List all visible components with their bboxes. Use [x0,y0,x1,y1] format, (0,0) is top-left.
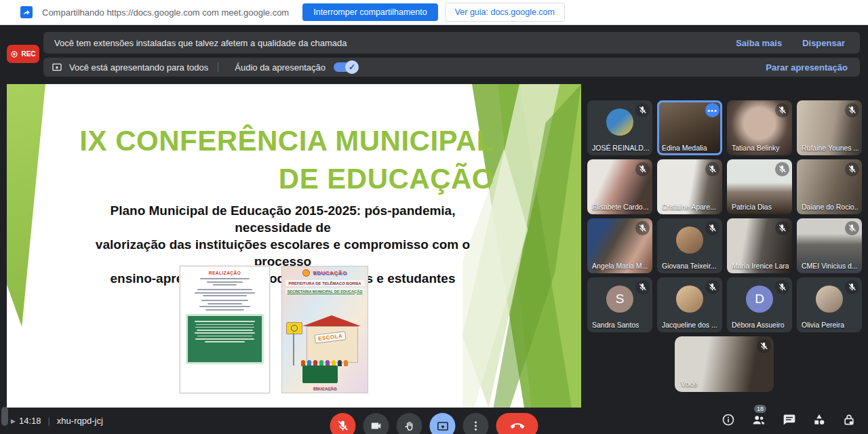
recording-badge: REC [7,45,39,63]
people-panel-button[interactable]: 18 [751,412,766,427]
leave-call-button[interactable] [496,413,538,434]
more-options-button[interactable] [463,413,489,434]
present-icon [436,420,449,433]
people-icon [751,412,766,427]
record-icon [10,50,18,58]
participant-tile[interactable]: Elisabete Cardo... [587,159,652,214]
avatar [606,108,633,136]
chat-icon [783,413,796,427]
poster-footer-logo: EDUCAÇÃO [282,387,368,391]
call-end-icon [510,419,524,433]
raise-hand-button[interactable] [397,413,422,434]
meeting-details-button[interactable] [722,413,735,427]
divider: | [47,416,50,426]
prefeitura-poster-image: EDUCAÇÃO PREFEITURA DE TELÊMACO BORBA SE… [281,266,368,393]
activities-button[interactable] [812,413,826,427]
mic-muted-icon [845,280,859,294]
mic-muted-icon [705,162,719,176]
participant-tile[interactable]: S Sandra Santos [587,277,652,332]
participant-tile[interactable]: Tatiana Belinky [727,100,792,155]
mic-muted-icon [635,162,650,176]
participant-tile[interactable]: Crislaine Apare... [657,159,722,214]
participant-tile[interactable]: Angela Maria M... [587,218,652,273]
participant-tile[interactable]: Jacqueline dos ... [657,277,722,332]
present-screen-button[interactable] [430,413,456,434]
poster-logo-icon [302,269,310,277]
road-sign-illustration [286,322,302,334]
participant-tile[interactable]: CMEI Vinicius d... [797,218,862,273]
poster-green-text-box [302,366,338,383]
mic-muted-icon [635,103,650,117]
mic-muted-icon [705,221,719,235]
mic-muted-icon [775,221,789,235]
host-controls-lock-icon [842,413,856,427]
mic-muted-icon [757,339,771,353]
self-view-tile[interactable]: Você [675,336,774,392]
slide-green-wedge-left [7,84,47,408]
mic-muted-icon [635,221,650,235]
mic-muted-icon [775,103,789,117]
participant-tile-active-speaker[interactable]: ••• Edina Medalia [657,100,722,155]
participant-tile[interactable]: Olivia Pereira [797,277,862,332]
call-controls [330,413,538,434]
screen-share-icon [20,6,33,18]
mic-off-icon [337,420,349,432]
stop-sharing-button[interactable]: Interromper compartilhamento [302,3,437,21]
slide-title: IX CONFERÊNCIA MUNICIPAL DE EDUCAÇÃO [61,122,494,198]
mic-muted-icon [775,280,789,294]
extensions-warning-bar: Você tem extensões instaladas que talvez… [43,32,860,54]
poster-logo-text: EDUCAÇÃO [313,270,347,276]
clock-time: 14:18 [19,416,41,426]
meeting-code: xhu-rqpd-jcj [57,416,103,426]
mic-muted-icon [635,280,650,294]
presentation-audio-toggle[interactable]: ✓ [334,62,357,72]
poster-line1: PREFEITURA DE TELÊMACO BORBA [285,280,364,286]
tile-options-button[interactable]: ••• [705,103,719,117]
camera-toggle-button[interactable] [363,413,389,434]
participant-tile[interactable]: JOSÉ REINALD... [587,100,652,155]
avatar [676,226,703,254]
camera-icon [370,420,382,432]
divider [218,62,218,72]
realizacao-heading: REALIZAÇÃO [186,271,264,275]
scrollbar-thumb[interactable] [1,407,8,426]
more-vert-icon [470,420,482,432]
participant-tile[interactable]: Patricia Dias [727,159,792,214]
letter-avatar: D [746,285,773,313]
sharing-status-text: Compartilhando https://docs.google.com c… [42,7,289,18]
meeting-info-left: ▶ 14:18 | xhu-rqpd-jcj [11,416,103,426]
view-tab-button[interactable]: Ver guia: docs.google.com [445,3,565,22]
participant-tile[interactable]: D Débora Assueiro [727,277,792,332]
participant-tile[interactable]: Daiane do Rocio... [797,159,862,214]
chat-panel-button[interactable] [783,413,796,427]
poster-line2: SECRETARIA MUNICIPAL DE EDUCAÇÃO [285,288,364,294]
mic-toggle-button[interactable] [330,413,356,434]
extensions-warning-text: Você tem extensões instaladas que talvez… [54,38,347,48]
meeting-panels: 18 [722,412,856,427]
presenting-bar: Você está apresentando para todos Áudio … [43,58,860,77]
participant-tile[interactable]: Maria Irenice Lara [727,218,792,273]
mic-muted-icon [845,221,859,235]
hand-icon [403,420,416,433]
participants-grid: JOSÉ REINALD... ••• Edina Medalia Tatian… [587,100,863,332]
browser-share-bar: Compartilhando https://docs.google.com c… [0,0,868,25]
realizacao-document-image: REALIZAÇÃO [180,266,270,393]
stop-presenting-button[interactable]: Parar apresentação [766,62,852,73]
host-controls-button[interactable] [842,413,856,427]
participant-tile[interactable]: Giovana Teixeir... [657,218,722,273]
school-illustration: ESCOLA [302,315,361,363]
mic-muted-icon [845,162,859,176]
dismiss-link[interactable]: Dispensar [802,38,845,48]
recording-label: REC [21,50,35,58]
activities-icon [812,413,826,427]
chalkboard-quote-box [186,314,264,364]
caret-icon: ▶ [11,418,16,425]
mic-muted-icon [705,280,719,294]
info-icon [722,413,735,427]
shared-presentation-slide: IX CONFERÊNCIA MUNICIPAL DE EDUCAÇÃO Pla… [7,84,581,408]
participant-tile[interactable]: Rufaine Younes ... [797,100,862,155]
learn-more-link[interactable]: Saiba mais [736,38,782,48]
avatar [676,285,703,313]
mic-muted-icon [775,162,789,176]
presentation-audio-label: Áudio da apresentação [235,62,326,73]
